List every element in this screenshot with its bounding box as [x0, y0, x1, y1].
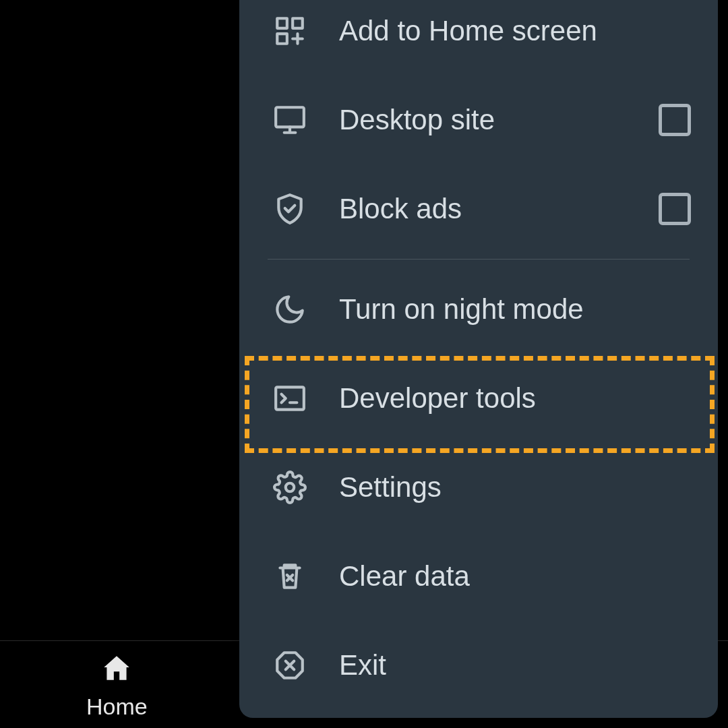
svg-rect-4 — [276, 387, 304, 409]
overflow-menu: Add to Home screen Desktop site Block ad… — [239, 0, 718, 718]
menu-item-label: Add to Home screen — [339, 15, 597, 47]
menu-item-label: Clear data — [339, 560, 470, 593]
menu-item-developer-tools[interactable]: Developer tools — [239, 354, 718, 443]
terminal-icon — [273, 382, 307, 415]
exit-icon — [273, 648, 307, 682]
menu-item-night-mode[interactable]: Turn on night mode — [239, 265, 718, 354]
menu-item-settings[interactable]: Settings — [239, 443, 718, 532]
home-icon — [100, 652, 133, 691]
svg-rect-0 — [277, 18, 287, 28]
shield-check-icon — [273, 192, 307, 226]
menu-item-label: Desktop site — [339, 104, 495, 136]
menu-item-block-ads[interactable]: Block ads — [239, 164, 718, 253]
menu-item-exit[interactable]: Exit — [239, 621, 718, 710]
menu-divider — [268, 259, 690, 260]
menu-item-desktop-site[interactable]: Desktop site — [239, 75, 718, 164]
menu-item-label: Settings — [339, 471, 442, 504]
block-ads-checkbox[interactable] — [659, 193, 691, 225]
monitor-icon — [273, 103, 307, 137]
desktop-site-checkbox[interactable] — [659, 104, 691, 136]
menu-item-add-home[interactable]: Add to Home screen — [239, 0, 718, 75]
home-tab[interactable]: Home — [86, 649, 148, 720]
svg-rect-3 — [276, 107, 304, 127]
svg-point-5 — [286, 483, 295, 492]
svg-rect-2 — [277, 34, 287, 44]
menu-item-clear-data[interactable]: Clear data — [239, 532, 718, 621]
add-home-icon — [273, 14, 307, 48]
trash-icon — [273, 559, 307, 593]
moon-icon — [273, 293, 307, 326]
home-tab-label: Home — [86, 694, 148, 720]
menu-item-label: Turn on night mode — [339, 293, 584, 326]
svg-rect-1 — [293, 18, 303, 28]
menu-item-label: Exit — [339, 649, 386, 681]
menu-item-label: Block ads — [339, 193, 462, 225]
menu-item-label: Developer tools — [339, 382, 536, 415]
gear-icon — [273, 471, 307, 504]
